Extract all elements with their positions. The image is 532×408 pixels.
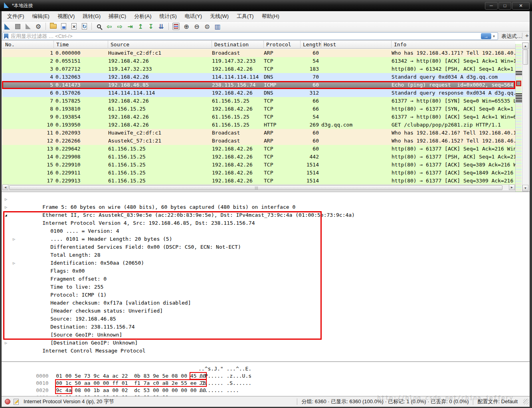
packet-row[interactable]: 9 0.193854 192.168.42.26 61.156.15.25 TC… [2,113,515,121]
hex-row[interactable]: 00209c 4a 08 00 1b aa 00 02 dc 53 00 00 … [5,380,532,387]
detail-line[interactable]: Frame 5: 60 bytes on wire (480 bits), 60… [0,195,532,203]
colorize-icon[interactable] [171,22,181,31]
menu-item[interactable]: 帮助(H) [258,11,283,22]
save-file-icon[interactable] [59,22,68,31]
resize-columns-icon[interactable]: ▥ [213,22,222,31]
packet-row[interactable]: 15 0.229910 61.156.15.25 192.168.42.26 T… [2,161,515,169]
scroll-right-icon[interactable]: ► [509,184,515,190]
reload-file-icon[interactable]: ↻ [79,22,89,31]
menu-item[interactable]: 分析(A) [130,11,155,22]
packet-row[interactable]: 8 0.193810 61.156.15.25 192.168.42.26 TC… [2,105,515,113]
detail-line[interactable]: Header checksum: 0xf17a [validation disa… [0,291,532,299]
filter-bookmark-icon[interactable] [4,34,8,39]
packet-row[interactable]: 1 0.000000 HuaweiTe_c2:df:c1 Broadcast A… [2,49,515,57]
column-header-info[interactable]: Info [392,41,515,49]
apply-filter-button[interactable]: → [481,33,491,39]
expression-button[interactable]: 表达式… [501,33,522,40]
column-header-protocol[interactable]: Protocol [264,41,301,49]
menu-item[interactable]: 工具(T) [233,11,258,22]
zoom-reset-icon[interactable]: ⊜ [202,22,212,31]
horizontal-scrollbar[interactable]: ◄ ► [2,184,515,191]
column-header-destination[interactable]: Destination [212,41,264,49]
menu-item[interactable]: 统计(S) [155,11,180,22]
packet-row[interactable]: 13 0.229642 61.156.15.25 192.168.42.26 T… [2,145,515,153]
go-to-bottom-icon[interactable]: ↧ [146,22,156,31]
packet-row[interactable]: 10 0.193950 192.168.42.26 61.156.15.25 H… [2,121,515,129]
zoom-in-icon[interactable]: ⊕ [182,22,191,31]
detail-line[interactable]: Fragment offset: 0 [0,267,532,275]
detail-line[interactable]: Ethernet II, Src: AsustekC_83:9e:5e (ac:… [0,203,532,211]
packet-row[interactable]: 6 0.157026 114.114.114.114 192.168.42.26… [2,89,515,97]
column-header-host[interactable]: Host [321,41,392,49]
expert-info-icon[interactable] [5,399,10,404]
detail-line[interactable]: Source: 192.168.46.85 [0,307,532,315]
detail-line[interactable]: .... 0101 = Header Length: 20 bytes (5) [0,227,532,235]
go-to-packet-icon[interactable]: ⇥ [125,22,135,31]
filter-dropdown-caret-icon[interactable]: ▾ [491,34,496,38]
scroll-down-icon[interactable]: ▼ [522,185,528,191]
detail-line[interactable]: [Destination GeoIP: Unknown] [0,331,532,339]
restart-capture-icon[interactable] [23,22,33,31]
column-header-length[interactable]: Length [301,41,321,49]
zoom-out-icon[interactable]: ⊖ [192,22,202,31]
detail-line[interactable]: Internet Control Message Protocol [0,339,532,347]
hex-row[interactable]: 000001 00 5e 73 9c 4a ac 22 0b 83 9e 5e … [5,365,532,372]
auto-scroll-icon[interactable]: ⇊ [156,22,166,31]
scroll-left-icon[interactable]: ◄ [2,184,8,190]
column-header-source[interactable]: Source [108,41,212,49]
packet-row[interactable]: 7 0.157825 192.168.42.26 61.156.15.25 TC… [2,97,515,105]
packet-row[interactable]: 12 0.226266 AsustekC_57:c1:21 Broadcast … [2,137,515,145]
detail-line[interactable]: 0100 .... = Version: 4 [0,219,532,227]
open-file-icon[interactable] [48,22,58,31]
menu-item[interactable]: 文件(F) [3,11,28,22]
start-capture-icon[interactable] [2,22,12,31]
detail-line[interactable]: Destination: 238.115.156.74 [0,315,532,323]
stop-capture-icon[interactable] [13,22,22,31]
go-forward-icon[interactable]: ⇨ [115,22,125,31]
vertical-scrollbar-thumb[interactable] [523,50,528,65]
detail-line[interactable]: Differentiated Services Field: 0x00 (DSC… [0,235,532,243]
minimize-button[interactable]: ─ [485,2,498,10]
menu-item[interactable]: 捕获(C) [105,11,130,22]
hex-row[interactable]: 001000 1c 50 aa 00 00 ff 01 f1 7a c0 a8 … [5,372,532,380]
go-to-top-icon[interactable]: ↥ [136,22,145,31]
column-header-no[interactable]: No. [2,41,54,49]
find-packet-icon[interactable] [94,22,104,31]
resize-grip[interactable] [523,399,529,404]
capture-comment-icon[interactable] [14,399,19,405]
detail-line[interactable]: Flags: 0x00 [0,259,532,267]
column-header-time[interactable]: Time [54,41,108,49]
detail-line[interactable]: [Header checksum status: Unverified] [0,299,532,307]
packet-row[interactable]: 11 0.202093 HuaweiTe_c2:df:c1 Broadcast … [2,129,515,137]
packet-row[interactable]: 17 0.229913 61.156.15.25 192.168.42.26 T… [2,177,515,185]
detail-line[interactable]: Protocol: ICMP (1) [0,283,532,291]
menu-item[interactable]: 视图(V) [53,11,79,22]
menu-item[interactable]: 编辑(E) [28,11,53,22]
close-file-icon[interactable]: × [69,22,79,31]
packet-row[interactable]: 16 0.229911 61.156.15.25 192.168.42.26 T… [2,169,515,177]
packet-row[interactable]: 3 0.072712 119.147.32.233 192.168.42.26 … [2,65,515,73]
detail-line[interactable]: [Source GeoIP: Unknown] [0,323,532,331]
menu-item[interactable]: 无线(W) [206,11,233,22]
capture-options-icon[interactable]: ⚙ [34,22,43,31]
menu-item[interactable]: 电话(Y) [181,11,206,22]
display-filter-input[interactable]: 应用显示过滤器 … <Ctrl-/> → ▾ [2,32,498,40]
packet-row[interactable]: 2 0.055151 192.168.42.26 119.147.32.233 … [2,57,515,65]
detail-line[interactable]: Internet Protocol Version 4, Src: 192.16… [0,211,532,219]
add-filter-button[interactable]: + [525,32,529,39]
horizontal-scrollbar-thumb[interactable] [9,185,502,190]
status-profile[interactable]: 配置文件: Default [478,398,518,405]
packet-row[interactable]: 14 0.229908 61.156.15.25 192.168.42.26 T… [2,153,515,161]
packet-row[interactable]: 4 0.132063 192.168.42.26 114.114.114.114… [2,73,515,81]
detail-line[interactable]: Total Length: 28 [0,243,532,251]
close-button[interactable]: ✕ [512,2,530,10]
go-back-icon[interactable]: ⇦ [105,22,114,31]
packet-row[interactable]: 5 0.141473 192.168.46.85 238.115.156.74 … [2,81,515,89]
hex-row[interactable]: 003000 00 00 00 00 00 00 00 00 00 00 00 … [5,387,532,394]
menu-item[interactable]: 跳转(G) [79,11,105,22]
scroll-up-icon[interactable]: ▲ [522,43,528,49]
vertical-scrollbar[interactable]: ▲ ▼ [522,42,529,192]
detail-line[interactable]: Identification: 0x50aa (20650) [0,251,532,259]
maximize-button[interactable]: □ [498,2,511,10]
detail-line[interactable]: Time to live: 255 [0,275,532,283]
